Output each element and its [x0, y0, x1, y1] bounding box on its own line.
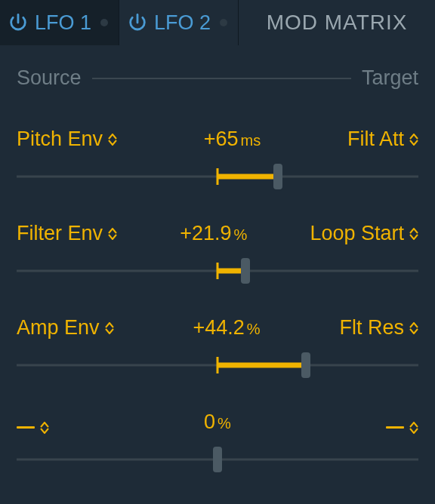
power-icon[interactable] — [8, 12, 29, 33]
source-value: Pitch Env — [17, 128, 103, 151]
amount-unit: % — [233, 226, 247, 243]
mod-rows: Pitch Env+65msFilt AttFilter Env+21.9%Lo… — [0, 97, 435, 475]
target-picker[interactable]: Loop Start — [310, 222, 418, 245]
amount-unit: % — [218, 415, 231, 432]
source-label: Source — [17, 66, 82, 90]
amount-unit: ms — [241, 132, 261, 149]
mod-row: Pitch Env+65msFilt Att — [17, 97, 418, 192]
source-picker[interactable]: Amp Env — [17, 316, 114, 340]
source-target-header: Source Target — [0, 45, 435, 97]
tab-lfo1-label: LFO 1 — [35, 11, 91, 35]
updown-caret-icon — [40, 422, 49, 434]
amount-number: +65 — [204, 128, 239, 150]
slider-thumb[interactable] — [241, 258, 250, 284]
target-value: Loop Start — [310, 222, 404, 245]
tab-lfo1[interactable]: LFO 1 — [0, 0, 119, 45]
activity-dot-icon — [100, 19, 108, 26]
updown-caret-icon — [409, 322, 418, 334]
tab-strip: LFO 1 LFO 2 MOD MATRIX — [0, 0, 435, 45]
updown-caret-icon — [108, 134, 117, 146]
amount-unit: % — [247, 321, 261, 337]
mod-row: Filter Env+21.9%Loop Start — [17, 192, 418, 286]
empty-dash-icon — [17, 426, 35, 429]
tab-mod-matrix-label: MOD MATRIX — [267, 11, 408, 35]
mod-row: 0% — [17, 380, 418, 475]
slider-thumb[interactable] — [213, 447, 222, 472]
mod-row: Amp Env+44.2%Flt Res — [17, 286, 418, 380]
source-picker[interactable] — [17, 422, 49, 434]
slider-fill — [218, 363, 306, 368]
target-picker[interactable] — [386, 422, 418, 434]
source-value: Filter Env — [17, 222, 103, 245]
target-picker[interactable]: Flt Res — [339, 316, 418, 340]
updown-caret-icon — [409, 134, 418, 146]
tab-mod-matrix[interactable]: MOD MATRIX — [239, 0, 435, 45]
slider-thumb[interactable] — [273, 164, 282, 189]
amount-slider[interactable] — [17, 350, 418, 380]
source-value: Amp Env — [17, 316, 100, 340]
updown-caret-icon — [105, 322, 114, 334]
target-value: Flt Res — [339, 316, 404, 340]
amount-number: +44.2 — [193, 316, 244, 339]
amount-value[interactable]: +44.2% — [114, 316, 340, 340]
source-picker[interactable]: Pitch Env — [17, 128, 117, 151]
updown-caret-icon — [108, 228, 117, 240]
source-picker[interactable]: Filter Env — [17, 222, 117, 245]
slider-thumb[interactable] — [301, 352, 310, 378]
tab-lfo2[interactable]: LFO 2 — [119, 0, 239, 45]
activity-dot-icon — [220, 19, 227, 26]
updown-caret-icon — [409, 228, 418, 240]
amount-value[interactable]: +21.9% — [117, 222, 310, 245]
header-divider — [92, 78, 351, 79]
amount-slider[interactable] — [17, 256, 418, 286]
tab-lfo2-label: LFO 2 — [154, 11, 211, 35]
target-value: Filt Att — [347, 128, 404, 151]
updown-caret-icon — [409, 422, 418, 434]
amount-number: +21.9 — [180, 222, 231, 244]
amount-value[interactable]: 0% — [49, 410, 386, 434]
slider-fill — [218, 174, 278, 180]
amount-slider[interactable] — [17, 161, 418, 192]
amount-slider[interactable] — [17, 444, 418, 475]
empty-dash-icon — [386, 426, 404, 429]
amount-value[interactable]: +65ms — [117, 128, 347, 151]
target-label: Target — [362, 66, 418, 90]
amount-number: 0 — [204, 410, 215, 433]
target-picker[interactable]: Filt Att — [347, 128, 418, 151]
power-icon[interactable] — [127, 12, 148, 33]
